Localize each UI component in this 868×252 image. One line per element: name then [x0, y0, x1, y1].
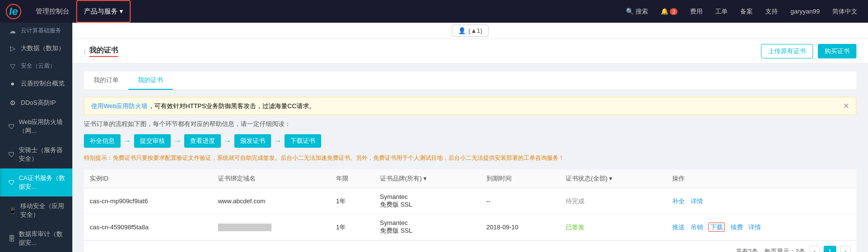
- user-menu[interactable]: garyyan99: [786, 0, 825, 23]
- alert-text: 使用Web应用防火墙，可有效针对HTTPS业务防御黑客攻击，过滤海量CC请求。: [91, 102, 315, 111]
- cell-domain: ████████████: [212, 214, 330, 240]
- sidebar-item-ddos[interactable]: ⚙ DDoS高防IP: [0, 93, 72, 112]
- upload-cert-button[interactable]: 上传原有证书: [761, 44, 813, 58]
- order-button[interactable]: 工单: [710, 0, 732, 23]
- sidebar-item-security-header: ▽ 安全（云盾）: [0, 58, 72, 74]
- shield-section-icon: ▽: [8, 62, 17, 70]
- step-arrow-2: →: [174, 137, 181, 145]
- tabs: 我的订单 我的证书: [84, 71, 856, 90]
- cell-domain: www.abcdef.com: [212, 188, 330, 214]
- step-arrow-3: →: [224, 137, 231, 145]
- search-button[interactable]: 🔍 搜索: [621, 0, 653, 23]
- buy-cert-button[interactable]: 购买证书: [818, 44, 856, 58]
- col-expiry: 到期时间: [481, 169, 560, 188]
- page-1-button[interactable]: 1: [824, 246, 836, 252]
- brand-filter[interactable]: 证书品牌(所有) ▾: [380, 174, 427, 183]
- page-title: 我的证书: [89, 46, 118, 57]
- bell-icon: 🔔: [661, 8, 668, 15]
- status-badge: 已签发: [566, 224, 584, 231]
- action-detail-2[interactable]: 详情: [748, 224, 761, 231]
- cloud-icon: ☁: [8, 27, 17, 35]
- alert-banner: 使用Web应用防火墙，可有效针对HTTPS业务防御黑客攻击，过滤海量CC请求。 …: [84, 97, 856, 115]
- step-btn-submit[interactable]: 提交审核: [134, 134, 171, 148]
- pagination-summary: 共有2条，每页显示：2条: [736, 247, 805, 252]
- cell-brand: Symantec免费版 SSL: [374, 188, 481, 214]
- bell-button[interactable]: 🔔 2: [656, 0, 682, 23]
- mobile-icon: 📱: [8, 207, 16, 214]
- tab-my-certs[interactable]: 我的证书: [128, 71, 173, 90]
- action-revoke[interactable]: 吊销: [691, 224, 703, 231]
- alert-link[interactable]: 使用Web应用防火墙: [91, 102, 148, 110]
- action-push[interactable]: 推送: [672, 224, 685, 231]
- header-buttons: 上传原有证书 购买证书: [761, 44, 856, 58]
- backup-button[interactable]: 备案: [735, 0, 758, 23]
- sidebar-item-overview[interactable]: ● 云盾控制台概览: [0, 74, 72, 93]
- cell-years: 1年: [330, 188, 374, 214]
- pagination: 共有2条，每页显示：2条 ‹ 1 ›: [84, 240, 856, 252]
- support-button[interactable]: 支持: [760, 0, 783, 23]
- tab-my-orders[interactable]: 我的订单: [84, 71, 128, 90]
- action-renew[interactable]: 续费: [731, 224, 743, 231]
- notification-badge: 2: [670, 8, 678, 15]
- sidebar-item-ca[interactable]: 🛡 CA证书服务（数据安...: [0, 168, 72, 196]
- sidebar-item-cloud: ☁ 云计算基础服务: [0, 23, 72, 39]
- main-layout: ☁ 云计算基础服务 ▷ 大数据（数加） ▽ 安全（云盾） ● 云盾控制台概览 ⚙…: [0, 23, 868, 252]
- logo[interactable]: Ie: [6, 4, 21, 19]
- warning-text: 特别提示：免费证书只要按要求配置验证文件验证，系统就可自助完成签发。后台小二无法…: [84, 154, 856, 163]
- sidebar-item-dbaudit[interactable]: 🗄 数据库审计（数据安...: [0, 224, 72, 252]
- ca-icon: 🛡: [8, 179, 15, 186]
- sidebar-item-bigdata[interactable]: ▷ 大数据（数加）: [0, 39, 72, 58]
- col-brand[interactable]: 证书品牌(所有) ▾: [374, 169, 481, 188]
- cell-years: 1年: [330, 214, 374, 240]
- cell-brand: Symantec免费版 SSL: [374, 214, 481, 240]
- step-btn-progress[interactable]: 查看进度: [184, 134, 221, 148]
- person-icon: 👤: [458, 27, 466, 34]
- prev-page-button[interactable]: ‹: [809, 246, 820, 252]
- sidebar: ☁ 云计算基础服务 ▷ 大数据（数加） ▽ 安全（云盾） ● 云盾控制台概览 ⚙…: [0, 23, 72, 252]
- top-navigation: Ie 管理控制台 产品与服务 ▾ 🔍 搜索 🔔 2 费用 工单 备案 支持 ga…: [0, 0, 868, 23]
- sidebar-item-waf[interactable]: 🛡 Web应用防火墙（网...: [0, 112, 72, 140]
- inner-content: 我的订单 我的证书 使用Web应用防火墙，可有效针对HTTPS业务防御黑客攻击，…: [72, 64, 868, 252]
- person-count-wrap: 👤 (▲1): [452, 25, 489, 37]
- next-page-button[interactable]: ›: [840, 246, 851, 252]
- step-arrow-4: →: [274, 137, 282, 145]
- arrow-icon: ▷: [8, 44, 17, 52]
- language-switcher[interactable]: 简体中文: [827, 0, 862, 23]
- action-download[interactable]: 下载: [708, 223, 725, 232]
- step-arrow-1: →: [123, 137, 131, 145]
- knight-icon: 🛡: [8, 151, 15, 158]
- col-instance-id: 实例ID: [84, 169, 212, 188]
- gear-icon: ⚙: [8, 99, 17, 107]
- status-badge: 待完成: [566, 197, 584, 205]
- table-row: cas-cn-459098f5ta8a ████████████ 1年 Syma…: [84, 214, 856, 240]
- waf-icon: 🛡: [8, 123, 15, 130]
- nav-item-products[interactable]: 产品与服务 ▾: [76, 0, 131, 23]
- fee-button[interactable]: 费用: [685, 0, 707, 23]
- circle-icon: ●: [8, 80, 17, 87]
- steps: 补全信息 → 提交审核 → 查看进度 → 颁发证书 → 下载证书: [84, 134, 856, 148]
- page-header: | 我的证书 上传原有证书 购买证书: [72, 39, 868, 64]
- cell-status: 待完成: [560, 188, 666, 214]
- db-icon: 🗄: [8, 235, 15, 242]
- cell-actions: 补全 详情: [666, 188, 856, 214]
- col-actions: 操作: [666, 169, 856, 188]
- cell-expiry: 2018-09-10: [481, 214, 560, 240]
- page-title-wrap: | 我的证书: [84, 46, 118, 57]
- col-years: 年限: [330, 169, 374, 188]
- alert-close-button[interactable]: ✕: [843, 101, 849, 111]
- cell-instance-id: cas-cn-mp909cf9iat6: [84, 188, 212, 214]
- col-status[interactable]: 证书状态(全部) ▾: [560, 169, 666, 188]
- status-filter[interactable]: 证书状态(全部) ▾: [566, 174, 612, 183]
- step-btn-download[interactable]: 下载证书: [285, 134, 321, 148]
- sidebar-item-knight[interactable]: 🛡 安骑士（服务器安全）: [0, 140, 72, 168]
- step-btn-complete[interactable]: 补全信息: [84, 134, 121, 148]
- search-icon: 🔍: [626, 8, 634, 15]
- col-domain: 证书绑定域名: [212, 169, 330, 188]
- step-btn-issue[interactable]: 颁发证书: [234, 134, 271, 148]
- top-nav-right: 🔍 搜索 🔔 2 费用 工单 备案 支持 garyyan99 简体中文: [621, 0, 862, 23]
- action-detail-1[interactable]: 详情: [691, 197, 703, 205]
- nav-item-console[interactable]: 管理控制台: [29, 0, 76, 23]
- action-complete[interactable]: 补全: [672, 197, 685, 205]
- sidebar-item-mobile[interactable]: 📱 移动安全（应用安全）: [0, 196, 72, 224]
- table-row: cas-cn-mp909cf9iat6 www.abcdef.com 1年 Sy…: [84, 188, 856, 214]
